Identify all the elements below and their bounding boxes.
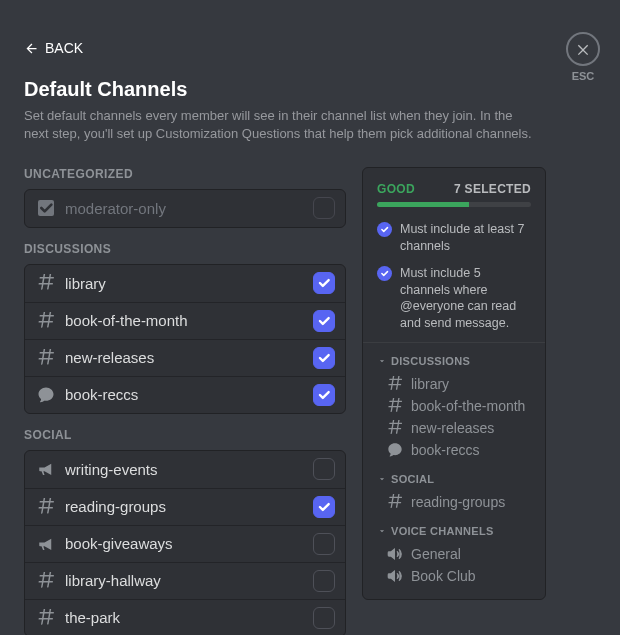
channel-checkbox[interactable]: [313, 272, 335, 294]
channel-row[interactable]: the-park: [25, 599, 345, 635]
channel-name: book-giveaways: [65, 535, 303, 552]
preview-category-label: DISCUSSIONS: [391, 355, 470, 367]
channel-row[interactable]: book-of-the-month: [25, 302, 345, 339]
text-channel-icon: [387, 376, 403, 392]
channel-row[interactable]: library-hallway: [25, 562, 345, 599]
text-channel-icon: [387, 494, 403, 510]
channel-checkbox[interactable]: [313, 384, 335, 406]
chevron-down-icon: [377, 356, 387, 366]
status-label: GOOD: [377, 182, 415, 196]
preview-channel-name: book-reccs: [411, 442, 479, 458]
check-icon: [317, 314, 331, 328]
channel-row: moderator-only: [25, 190, 345, 227]
channel-checkbox[interactable]: [313, 533, 335, 555]
channel-checkbox[interactable]: [313, 496, 335, 518]
preview-category[interactable]: DISCUSSIONS: [377, 355, 531, 367]
requirement-text: Must include 5 channels where @everyone …: [400, 265, 531, 333]
channel-row[interactable]: new-releases: [25, 339, 345, 376]
channel-row[interactable]: book-reccs: [25, 376, 345, 413]
channel-name: moderator-only: [65, 200, 303, 217]
channel-list: librarybook-of-the-monthnew-releasesbook…: [24, 264, 346, 414]
progress-fill: [377, 202, 469, 207]
text-channel-icon: [387, 420, 403, 436]
channel-checkbox[interactable]: [313, 310, 335, 332]
announcement-channel-icon: [37, 535, 55, 553]
divider: [363, 342, 545, 343]
chevron-down-icon: [377, 474, 387, 484]
back-button[interactable]: BACK: [24, 40, 83, 56]
channel-row[interactable]: book-giveaways: [25, 525, 345, 562]
text-channel-icon: [37, 609, 55, 627]
chevron-down-icon: [377, 526, 387, 536]
preview-category[interactable]: SOCIAL: [377, 473, 531, 485]
preview-category-label: SOCIAL: [391, 473, 434, 485]
preview-channel-name: book-of-the-month: [411, 398, 525, 414]
requirement-check-icon: [377, 266, 392, 281]
preview-channel-name: reading-groups: [411, 494, 505, 510]
check-icon: [317, 276, 331, 290]
requirement-item: Must include 5 channels where @everyone …: [377, 265, 531, 333]
text-channel-icon: [37, 312, 55, 330]
thread-channel-icon: [387, 442, 403, 458]
channel-checkbox[interactable]: [313, 458, 335, 480]
text-channel-icon: [37, 572, 55, 590]
arrow-left-icon: [24, 41, 39, 56]
channel-row[interactable]: reading-groups: [25, 488, 345, 525]
preview-channel-name: General: [411, 546, 461, 562]
channel-list: moderator-only: [24, 189, 346, 228]
channel-checkbox[interactable]: [313, 607, 335, 629]
preview-channel-name: library: [411, 376, 449, 392]
channel-checkbox[interactable]: [313, 570, 335, 592]
announcement-channel-icon: [37, 460, 55, 478]
thread-channel-icon: [37, 386, 55, 404]
preview-channel-name: Book Club: [411, 568, 476, 584]
summary-panel: GOOD 7 SELECTED Must include at least 7 …: [362, 167, 546, 600]
channel-list: writing-eventsreading-groupsbook-giveawa…: [24, 450, 346, 635]
private-channel-icon: [38, 200, 54, 216]
channel-name: book-of-the-month: [65, 312, 303, 329]
channel-name: library-hallway: [65, 572, 303, 589]
channel-name: new-releases: [65, 349, 303, 366]
check-icon: [317, 500, 331, 514]
close-label: ESC: [572, 70, 595, 82]
channel-checkbox[interactable]: [313, 347, 335, 369]
back-label: BACK: [45, 40, 83, 56]
check-icon: [317, 388, 331, 402]
close-button[interactable]: [566, 32, 600, 66]
text-channel-icon: [37, 274, 55, 292]
selected-count: 7 SELECTED: [454, 182, 531, 196]
voice-channel-icon: [387, 568, 403, 584]
voice-channel-icon: [387, 546, 403, 562]
page-title: Default Channels: [24, 78, 546, 101]
requirement-item: Must include at least 7 channels: [377, 221, 531, 255]
preview-category[interactable]: VOICE CHANNELS: [377, 525, 531, 537]
category-header: SOCIAL: [24, 428, 346, 442]
channel-name: writing-events: [65, 461, 303, 478]
channel-name: library: [65, 275, 303, 292]
preview-channel[interactable]: Book Club: [377, 565, 531, 587]
preview-channel[interactable]: new-releases: [377, 417, 531, 439]
channel-checkbox: [313, 197, 335, 219]
channel-name: the-park: [65, 609, 303, 626]
preview-channel[interactable]: General: [377, 543, 531, 565]
category-header: UNCATEGORIZED: [24, 167, 346, 181]
preview-channel-name: new-releases: [411, 420, 494, 436]
preview-category-label: VOICE CHANNELS: [391, 525, 494, 537]
text-channel-icon: [37, 498, 55, 516]
preview-channel[interactable]: reading-groups: [377, 491, 531, 513]
channel-row[interactable]: library: [25, 265, 345, 302]
requirement-check-icon: [377, 222, 392, 237]
requirement-text: Must include at least 7 channels: [400, 221, 531, 255]
page-description: Set default channels every member will s…: [24, 107, 534, 143]
close-icon: [575, 41, 591, 57]
check-icon: [317, 351, 331, 365]
category-header: DISCUSSIONS: [24, 242, 346, 256]
preview-channel[interactable]: book-of-the-month: [377, 395, 531, 417]
text-channel-icon: [37, 349, 55, 367]
preview-channel[interactable]: library: [377, 373, 531, 395]
text-channel-icon: [387, 398, 403, 414]
progress-bar: [377, 202, 531, 207]
channel-row[interactable]: writing-events: [25, 451, 345, 488]
channel-name: book-reccs: [65, 386, 303, 403]
preview-channel[interactable]: book-reccs: [377, 439, 531, 461]
